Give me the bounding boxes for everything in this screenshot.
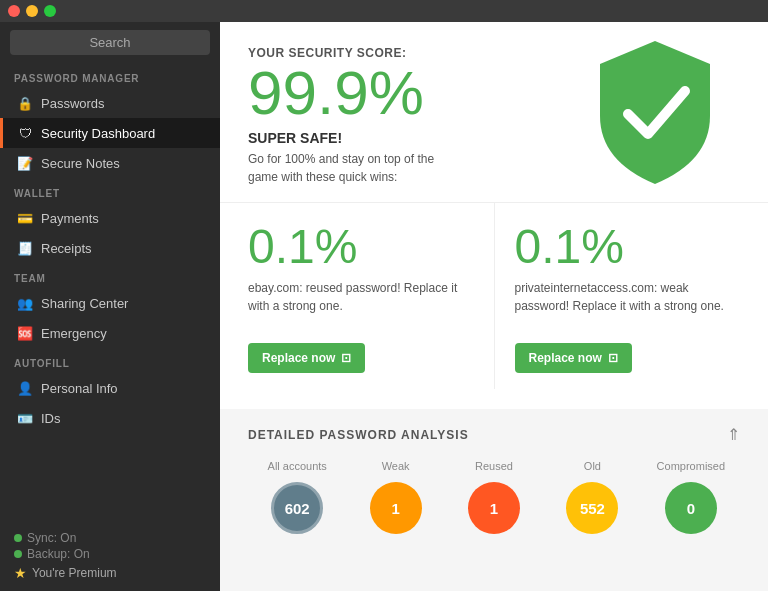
issue-card-1: 0.1% privateinternetaccess.com: weak pas… [495, 203, 741, 389]
col-label-all: All accounts [248, 460, 346, 472]
section-team: TEAM [0, 263, 220, 288]
circle-reused: 1 [468, 482, 520, 534]
sidebar-item-secure-notes[interactable]: 📝 Secure Notes [0, 148, 220, 178]
analysis-col-all: All accounts 602 [248, 460, 346, 534]
backup-label: Backup: On [27, 547, 90, 561]
safe-desc: Go for 100% and stay on top of the game … [248, 150, 458, 186]
issue-percent-0: 0.1% [248, 223, 474, 271]
main-content: YOUR SECURITY SCORE: 99.9% SUPER SAFE! G… [220, 22, 768, 591]
sidebar-label-sharing-center: Sharing Center [41, 296, 128, 311]
circle-weak: 1 [370, 482, 422, 534]
analysis-section: DETAILED PASSWORD ANALYSIS ⇑ All account… [220, 409, 768, 591]
replace-icon-0: ⊡ [341, 351, 351, 365]
analysis-col-compromised: Compromised 0 [642, 460, 740, 534]
sidebar-label-emergency: Emergency [41, 326, 107, 341]
analysis-title: DETAILED PASSWORD ANALYSIS [248, 428, 469, 442]
circle-compromised: 0 [665, 482, 717, 534]
sidebar-item-personal-info[interactable]: 👤 Personal Info [0, 373, 220, 403]
star-icon: ★ [14, 565, 27, 581]
sidebar-item-security-dashboard[interactable]: 🛡 Security Dashboard [0, 118, 220, 148]
col-label-compromised: Compromised [642, 460, 740, 472]
safe-label: SUPER SAFE! [248, 130, 458, 146]
emergency-icon: 🆘 [17, 325, 33, 341]
receipt-icon: 🧾 [17, 240, 33, 256]
analysis-col-old: Old 552 [543, 460, 641, 534]
col-label-old: Old [543, 460, 641, 472]
sidebar-label-secure-notes: Secure Notes [41, 156, 120, 171]
id-icon: 🪪 [17, 410, 33, 426]
premium-label: You're Premium [32, 566, 117, 580]
sidebar-label-payments: Payments [41, 211, 99, 226]
sidebar-item-receipts[interactable]: 🧾 Receipts [0, 233, 220, 263]
section-wallet: WALLET [0, 178, 220, 203]
col-label-weak: Weak [346, 460, 444, 472]
sync-label: Sync: On [27, 531, 76, 545]
sync-indicator [14, 534, 22, 542]
sort-icon[interactable]: ⇑ [727, 425, 740, 444]
minimize-button[interactable] [26, 5, 38, 17]
sidebar-item-ids[interactable]: 🪪 IDs [0, 403, 220, 433]
sidebar-item-passwords[interactable]: 🔒 Passwords [0, 88, 220, 118]
search-input[interactable]: Search [10, 30, 210, 55]
section-autofill: AUTOFILL [0, 348, 220, 373]
lock-icon: 🔒 [17, 95, 33, 111]
replace-now-button-1[interactable]: Replace now ⊡ [515, 343, 632, 373]
issue-desc-0: ebay.com: reused password! Replace it wi… [248, 279, 474, 331]
sidebar-label-personal-info: Personal Info [41, 381, 118, 396]
issue-card-0: 0.1% ebay.com: reused password! Replace … [248, 203, 495, 389]
sidebar-item-payments[interactable]: 💳 Payments [0, 203, 220, 233]
replace-now-button-0[interactable]: Replace now ⊡ [248, 343, 365, 373]
sidebar-item-sharing-center[interactable]: 👥 Sharing Center [0, 288, 220, 318]
sidebar-label-receipts: Receipts [41, 241, 92, 256]
maximize-button[interactable] [44, 5, 56, 17]
analysis-col-reused: Reused 1 [445, 460, 543, 534]
card-icon: 💳 [17, 210, 33, 226]
sidebar-label-security-dashboard: Security Dashboard [41, 126, 155, 141]
sidebar-item-emergency[interactable]: 🆘 Emergency [0, 318, 220, 348]
analysis-col-weak: Weak 1 [346, 460, 444, 534]
score-value: 99.9% [248, 62, 458, 124]
sidebar: Search PASSWORD MANAGER 🔒 Passwords 🛡 Se… [0, 0, 220, 591]
sidebar-label-passwords: Passwords [41, 96, 105, 111]
backup-indicator [14, 550, 22, 558]
circle-all-accounts: 602 [271, 482, 323, 534]
analysis-columns: All accounts 602 Weak 1 Reused 1 Old 552… [248, 460, 740, 534]
circle-old: 552 [566, 482, 618, 534]
col-label-reused: Reused [445, 460, 543, 472]
analysis-header: DETAILED PASSWORD ANALYSIS ⇑ [248, 425, 740, 444]
section-password-manager: PASSWORD MANAGER [0, 63, 220, 88]
issue-desc-1: privateinternetaccess.com: weak password… [515, 279, 741, 331]
sidebar-footer: Sync: On Backup: On ★ You're Premium [0, 521, 220, 591]
security-score-section: YOUR SECURITY SCORE: 99.9% SUPER SAFE! G… [220, 22, 768, 202]
shield-graphic [590, 36, 720, 190]
score-details: YOUR SECURITY SCORE: 99.9% SUPER SAFE! G… [248, 46, 458, 202]
person-icon: 👤 [17, 380, 33, 396]
note-icon: 📝 [17, 155, 33, 171]
issue-percent-1: 0.1% [515, 223, 741, 271]
titlebar [0, 0, 768, 22]
sidebar-label-ids: IDs [41, 411, 61, 426]
close-button[interactable] [8, 5, 20, 17]
replace-icon-1: ⊡ [608, 351, 618, 365]
people-icon: 👥 [17, 295, 33, 311]
issue-cards-section: 0.1% ebay.com: reused password! Replace … [220, 202, 768, 409]
shield-icon: 🛡 [17, 125, 33, 141]
